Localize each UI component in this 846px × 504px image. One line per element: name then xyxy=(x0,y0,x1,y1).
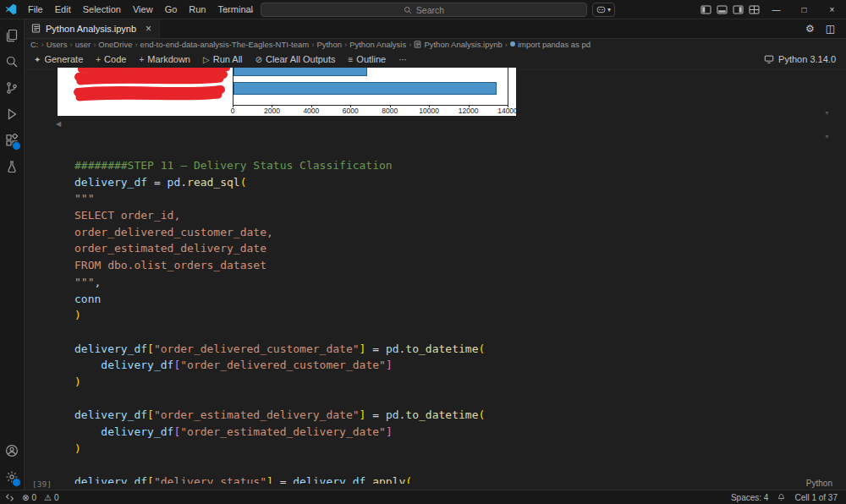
breadcrumb-item[interactable]: user xyxy=(75,40,91,49)
menu-run[interactable]: Run xyxy=(183,4,212,14)
scroll-hint-icon[interactable]: ▼ xyxy=(824,134,830,140)
notebook-file-icon xyxy=(31,24,41,33)
warnings-indicator[interactable]: ⚠ 0 xyxy=(44,493,59,502)
breadcrumb-separator: › xyxy=(41,40,44,49)
plus-icon: + xyxy=(139,55,144,64)
breadcrumb-separator: › xyxy=(344,40,347,49)
copilot-button[interactable]: ▾ xyxy=(592,3,615,17)
breadcrumb-separator: › xyxy=(505,40,508,49)
warning-icon: ⚠ xyxy=(44,493,52,502)
code-line: order_estimated_delivery_date xyxy=(74,240,836,257)
copilot-icon xyxy=(596,5,606,14)
code-line: delivery_df = pd.read_sql( xyxy=(74,174,836,191)
breadcrumb-separator: › xyxy=(93,40,96,49)
toggle-panel-icon[interactable] xyxy=(714,0,730,19)
close-tab-icon[interactable]: × xyxy=(146,23,151,35)
code-line: """ xyxy=(74,190,836,207)
notebook-settings-icon[interactable]: ⚙ xyxy=(805,23,815,35)
code-line: delivery_df["order_estimated_delivery_da… xyxy=(74,407,836,424)
history-navigation: ← → xyxy=(223,0,255,19)
vscode-logo-icon xyxy=(0,3,22,15)
toggle-secondary-sidebar-icon[interactable] xyxy=(730,0,746,19)
search-placeholder: Search xyxy=(416,5,444,15)
menu-view[interactable]: View xyxy=(127,4,159,14)
settings-badge xyxy=(12,478,21,487)
editor-actions: ⚙ ◫ xyxy=(805,19,846,38)
search-input[interactable]: Search xyxy=(261,3,587,17)
generate-button[interactable]: ✦Generate xyxy=(34,54,83,64)
kernel-picker[interactable]: Python 3.14.0 xyxy=(764,54,846,64)
breadcrumb-item[interactable]: Python Analysis xyxy=(349,40,406,49)
extensions-icon[interactable] xyxy=(0,128,24,153)
output-scroll-left-icon[interactable]: ◀ xyxy=(56,120,61,128)
customize-layout-icon[interactable] xyxy=(746,0,762,19)
menu-selection[interactable]: Selection xyxy=(77,4,127,14)
menu-file[interactable]: File xyxy=(22,4,49,14)
search-view-icon[interactable] xyxy=(0,49,24,74)
run-all-button[interactable]: ▷Run All xyxy=(203,54,243,64)
minimize-button[interactable]: — xyxy=(762,0,790,19)
breadcrumb-item[interactable]: import pandas as pd xyxy=(510,40,591,49)
kernel-icon xyxy=(764,54,774,64)
toolbar-button-label: Markdown xyxy=(147,54,190,64)
forward-icon[interactable]: → xyxy=(245,3,255,15)
breadcrumb-label: import pandas as pd xyxy=(518,40,591,49)
code-line: conn xyxy=(74,291,836,308)
outline-button[interactable]: ≡Outline xyxy=(349,54,387,64)
code-line: delivery_df["order_delivered_customer_da… xyxy=(74,357,836,374)
settings-gear-icon[interactable] xyxy=(0,464,24,490)
split-editor-icon[interactable]: ◫ xyxy=(826,23,835,35)
search-icon xyxy=(404,6,412,14)
breadcrumb-label: OneDrive xyxy=(98,40,132,49)
breadcrumb-separator: › xyxy=(311,40,314,49)
breadcrumb-item[interactable]: C: xyxy=(30,40,39,49)
breadcrumb-item[interactable]: OneDrive xyxy=(98,40,132,49)
errors-indicator[interactable]: ⊗ 0 xyxy=(22,493,36,502)
account-icon[interactable] xyxy=(0,438,24,463)
run-and-debug-icon[interactable] xyxy=(0,101,24,127)
toggle-sidebar-icon[interactable] xyxy=(698,0,714,19)
code-button[interactable]: +Code xyxy=(96,54,126,64)
breadcrumb-item[interactable]: Python xyxy=(316,40,342,49)
menu-edit[interactable]: Edit xyxy=(49,4,77,14)
vscode-window: FileEditSelectionViewGoRunTerminalHelp ←… xyxy=(0,0,846,504)
tab-python-analysis-ipynb[interactable]: Python Analysis.ipynb × xyxy=(24,19,160,38)
breadcrumb-label: end-to-end-data-analysis-The-Eagles-NTI-… xyxy=(140,40,310,49)
code-line: ) xyxy=(74,374,836,391)
notebook-file-icon xyxy=(414,41,421,48)
menu-go[interactable]: Go xyxy=(159,4,184,14)
maximize-button[interactable]: □ xyxy=(790,0,818,19)
cell-position-indicator[interactable]: Cell 1 of 37 xyxy=(794,493,838,502)
code-line: delivery_df["order_estimated_delivery_da… xyxy=(74,424,836,441)
breadcrumb-label: Python Analysis xyxy=(349,40,406,49)
back-icon[interactable]: ← xyxy=(223,3,233,15)
code-line: SELECT order_id, xyxy=(74,207,836,224)
breadcrumb-label: Python xyxy=(316,40,342,49)
sparkle-icon: ✦ xyxy=(34,55,41,64)
clear-all-outputs-button[interactable]: ⊘Clear All Outputs xyxy=(255,54,336,64)
breadcrumb-item[interactable]: end-to-end-data-analysis-The-Eagles-NTI-… xyxy=(140,40,310,49)
markdown-button[interactable]: +Markdown xyxy=(139,54,190,64)
source-control-icon[interactable] xyxy=(0,75,24,101)
breadcrumb-item[interactable]: Users xyxy=(47,40,68,49)
indentation-indicator[interactable]: Spaces: 4 xyxy=(731,493,768,502)
cell-language-picker[interactable]: Python xyxy=(806,479,832,488)
explorer-icon[interactable] xyxy=(0,23,24,48)
breadcrumb-label: user xyxy=(75,40,91,49)
titlebar: FileEditSelectionViewGoRunTerminalHelp ←… xyxy=(0,0,846,19)
code-line xyxy=(74,324,836,341)
breadcrumb-item[interactable]: Python Analysis.ipynb xyxy=(414,40,502,49)
chevron-down-icon: ▾ xyxy=(607,6,611,14)
toolbar-button-label: Outline xyxy=(356,54,386,64)
testing-icon[interactable] xyxy=(0,154,24,179)
close-window-button[interactable]: × xyxy=(818,0,846,19)
more-actions-button[interactable]: ⋯ xyxy=(398,55,407,64)
code-line: FROM dbo.olist_orders_dataset xyxy=(74,257,836,274)
code-line: order_delivered_customer_date, xyxy=(74,224,836,241)
clear-icon: ⊘ xyxy=(255,55,262,64)
code-cell-editor[interactable]: ########STEP 11 — Delivery Status Classi… xyxy=(74,157,836,484)
notifications-bell-icon[interactable] xyxy=(777,493,786,502)
scroll-hint-icon[interactable]: ▼ xyxy=(824,110,830,116)
breadcrumb: C:›Users›user›OneDrive›end-to-end-data-a… xyxy=(24,39,846,49)
remote-indicator[interactable] xyxy=(5,493,14,502)
